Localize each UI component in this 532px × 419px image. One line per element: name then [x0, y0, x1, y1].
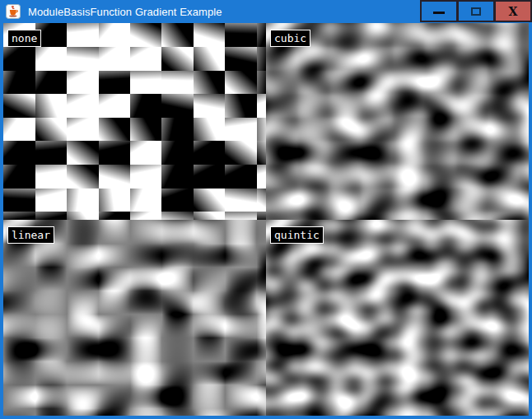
window-title: ModuleBasisFunction Gradient Example [28, 6, 222, 18]
window-controls: X [420, 0, 532, 22]
quadrant-none: none [3, 23, 266, 220]
noise-canvas-cubic [266, 23, 529, 220]
quadrant-label-quintic: quintic [270, 226, 324, 244]
quadrant-linear: linear [3, 220, 266, 416]
quadrant-cubic: cubic [266, 23, 529, 220]
minimize-icon [433, 12, 445, 14]
close-icon: X [509, 6, 518, 17]
minimize-button[interactable] [420, 0, 458, 22]
app-window: ModuleBasisFunction Gradient Example X n… [0, 0, 532, 419]
quadrant-quintic: quintic [266, 220, 529, 416]
close-button[interactable]: X [494, 0, 532, 22]
noise-canvas-none [3, 23, 266, 220]
maximize-icon [471, 7, 481, 16]
render-area: none cubic linear quintic [3, 23, 529, 416]
maximize-button[interactable] [457, 0, 495, 22]
titlebar[interactable]: ModuleBasisFunction Gradient Example X [0, 0, 532, 23]
java-icon [6, 4, 21, 19]
quadrant-label-linear: linear [7, 226, 54, 244]
quadrant-label-cubic: cubic [270, 30, 310, 47]
noise-canvas-linear [3, 220, 266, 416]
noise-canvas-quintic [266, 220, 529, 416]
quadrant-label-none: none [7, 30, 41, 47]
